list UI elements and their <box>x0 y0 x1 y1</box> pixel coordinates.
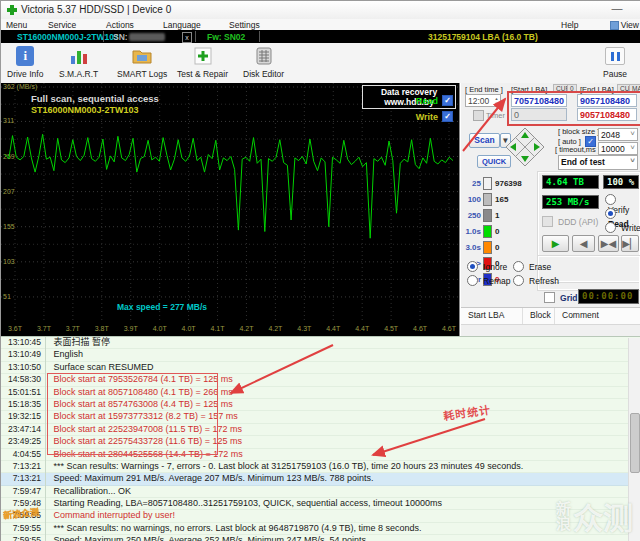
log-row: 13:10:49 English <box>1 349 640 361</box>
svg-text:3.8T: 3.8T <box>95 325 110 332</box>
svg-text:103: 103 <box>3 258 15 265</box>
svg-text:4.4T: 4.4T <box>355 325 370 332</box>
action-radio[interactable]: Remap <box>467 275 511 286</box>
log-row: 7:59:48 Starting Reading, LBA=8057108480… <box>1 498 640 510</box>
minimize-button[interactable]: — <box>606 3 628 16</box>
transport-button[interactable]: ▶◀ <box>598 235 619 252</box>
transport-button[interactable]: ▶ <box>542 235 569 252</box>
timeout-label: [ timeout,ms ] <box>555 145 600 154</box>
menu-item[interactable]: Language <box>163 20 201 30</box>
menu-item[interactable]: Help <box>561 20 578 30</box>
capacity-lba: 31251759104 LBA (16.0 TB) <box>428 32 538 42</box>
svg-text:311: 311 <box>3 117 14 124</box>
info-icon: i <box>14 45 36 67</box>
svg-text:155: 155 <box>3 223 15 230</box>
timeout-combo[interactable]: 10000 <box>598 142 638 155</box>
menu-item[interactable]: Service <box>48 20 76 30</box>
timer-checkbox[interactable] <box>473 110 484 121</box>
percent-lcd: 100 % <box>603 175 639 189</box>
svg-text:3.7T: 3.7T <box>37 325 52 332</box>
end-of-test-combo[interactable]: End of test <box>558 155 638 170</box>
victoria-window: Victoria 5.37 HDD/SSD | Device 0 — Menu … <box>0 0 640 541</box>
col-block[interactable]: Block <box>523 308 555 324</box>
menu-item[interactable]: Menu <box>6 20 27 30</box>
drive-info-bar: ST16000NM000J-2TW103 SN: x Fw: SN02 3125… <box>1 30 640 43</box>
stat-row: 100 165 <box>463 191 535 207</box>
test-repair-button[interactable]: Test & Repair <box>173 45 232 81</box>
graph-subtitle: ST16000NM000J-2TW103 <box>31 105 139 115</box>
quick-button[interactable]: QUICK <box>477 155 511 168</box>
menu-item[interactable]: Settings <box>229 20 260 30</box>
speed-chart: 362 (MB/s)311259207155103513.6T3.7T3.7T3… <box>1 83 460 336</box>
stat-block-icon <box>483 241 492 254</box>
smart-button[interactable]: S.M.A.R.T <box>55 45 102 81</box>
transport-button[interactable]: ▶▏ <box>621 235 639 252</box>
svg-text:207: 207 <box>3 188 15 195</box>
sn-close-icon[interactable]: x <box>182 32 192 43</box>
pause-icon <box>604 45 626 67</box>
block-size-label: [ block size ] <box>558 127 599 136</box>
scrollbar-thumb[interactable] <box>630 413 640 473</box>
menu-item[interactable]: Actions <box>106 20 134 30</box>
disk-editor-button[interactable]: Disk Editor <box>239 45 288 81</box>
seek-diamond-control[interactable] <box>505 127 545 167</box>
scan-button[interactable]: Scan <box>469 133 500 148</box>
stat-row: 3.0s 0 <box>463 239 535 255</box>
site-watermark: 新 浪 众测 <box>556 494 633 538</box>
warning-rows-highlight-box <box>47 373 218 455</box>
action-radio[interactable]: Erase <box>513 261 551 272</box>
write-checkbox[interactable]: ✓ <box>442 111 453 122</box>
svg-text:362 (MB/s): 362 (MB/s) <box>3 83 37 91</box>
drive-info-button[interactable]: i Drive Info <box>3 45 47 81</box>
app-green-cross-icon <box>7 5 17 15</box>
serial-redacted <box>129 33 165 41</box>
svg-text:4.4T: 4.4T <box>326 325 341 332</box>
end-time-spinner[interactable]: 12:00 <box>465 94 501 107</box>
svg-text:4.1T: 4.1T <box>211 325 226 332</box>
timer-label: Timer <box>486 111 505 120</box>
col-start-lba[interactable]: Start LBA <box>461 308 523 324</box>
green-cross-icon <box>192 45 214 67</box>
action-radio[interactable]: Refresh <box>513 275 559 286</box>
log-column-divider <box>45 337 46 541</box>
lba-highlight-rectangle <box>507 91 640 126</box>
max-speed-note: Max speed = 277 MB/s <box>117 302 207 312</box>
grid-checkbox[interactable]: Grid <box>544 292 578 303</box>
svg-text:4.0T: 4.0T <box>153 325 168 332</box>
toolbar: i Drive Info S.M.A.R.T SMART Logs Test &… <box>1 43 640 84</box>
transport-button[interactable]: ◀ <box>572 235 595 252</box>
svg-text:4.5T: 4.5T <box>384 325 399 332</box>
menu-item-view[interactable]: View <box>610 20 639 30</box>
window-title: Victoria 5.37 HDD/SSD | Device 0 <box>21 4 171 15</box>
menu-bar: Menu Service Actions Language Settings H… <box>1 19 640 30</box>
svg-text:4.2T: 4.2T <box>239 325 254 332</box>
stat-block-icon <box>483 177 492 190</box>
scan-graph: 362 (MB/s)311259207155103513.6T3.7T3.7T3… <box>1 83 460 336</box>
col-comment[interactable]: Comment <box>555 308 640 324</box>
write-legend: Write ✓ <box>416 111 453 122</box>
svg-text:4.2T: 4.2T <box>268 325 283 332</box>
firmware: Fw: SN02 <box>207 32 245 42</box>
sn-label: SN: <box>113 32 128 42</box>
view-icon <box>610 21 619 30</box>
stat-block-icon <box>483 225 492 238</box>
pause-button[interactable]: Pause <box>599 45 631 81</box>
log-row: 7:59:55 *** Scan results: no warnings, n… <box>1 523 640 535</box>
timer-lcd: 00:00:00 <box>578 289 639 304</box>
event-log[interactable]: 13:10:45 表面扫描 暂停 13:10:49 English 13:10:… <box>1 336 640 541</box>
smart-bars-icon <box>68 45 90 67</box>
log-row: 7:13:21 Speed: Maximum 291 MB/s. Average… <box>1 473 640 485</box>
folder-icon <box>131 45 153 67</box>
svg-text:3.7T: 3.7T <box>66 325 81 332</box>
read-checkbox[interactable]: ✓ <box>442 95 453 106</box>
stat-block-icon <box>483 193 492 206</box>
write-radio[interactable]: Write <box>605 222 640 233</box>
log-row: 7:13:21 *** Scan results: Warnings - 7, … <box>1 461 640 473</box>
ddd-api-checkbox[interactable]: DDD (API) <box>542 216 598 227</box>
svg-text:4.3T: 4.3T <box>297 325 312 332</box>
block-size-combo[interactable]: 2048 <box>598 128 638 141</box>
svg-text:51: 51 <box>3 293 11 300</box>
action-radio[interactable]: Ignore <box>467 261 507 272</box>
svg-text:4.6T: 4.6T <box>413 325 428 332</box>
smart-logs-button[interactable]: SMART Logs <box>113 45 171 81</box>
